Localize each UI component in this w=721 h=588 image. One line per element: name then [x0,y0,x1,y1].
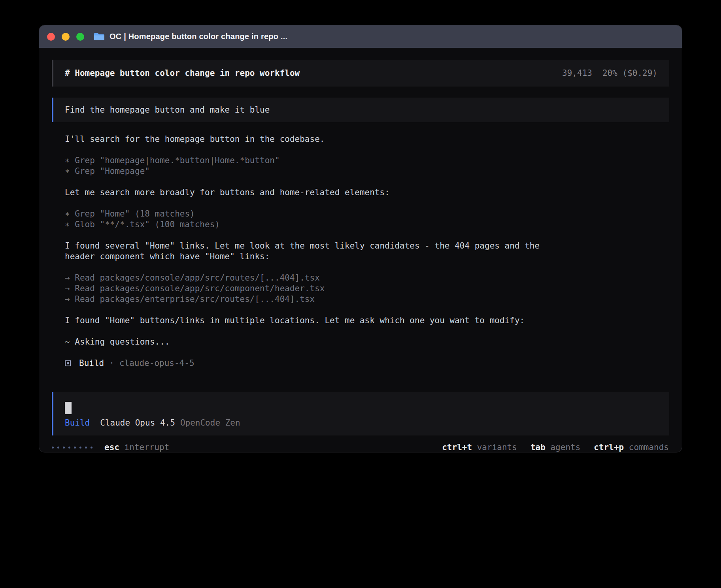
tool-call-read: → Read packages/enterprise/src/routes/[.… [65,294,669,305]
user-message-text: Find the homepage button and make it blu… [65,105,270,115]
spinner-dot [68,447,70,449]
terminal-window: OC | Homepage button color change in rep… [39,25,682,452]
user-message: Find the homepage button and make it blu… [52,98,669,122]
spinner-dot [57,447,59,449]
hint-label: interrupt [125,443,170,452]
prompt-input[interactable]: Build Claude Opus 4.5 OpenCode Zen [52,392,669,435]
tool-call-grep: ∗ Grep "Homepage" [65,166,669,177]
assistant-paragraph: I found several "Home" links. Let me loo… [65,241,559,262]
hint-key: ctrl+t [442,443,472,452]
hint-key: tab [530,443,545,452]
hint-variants: ctrl+t variants [442,443,517,452]
input-status-bar: Build Claude Opus 4.5 OpenCode Zen [65,418,658,428]
context-cost: 20% ($0.29) [602,68,657,78]
tool-call-group: → Read packages/console/app/src/routes/[… [65,273,669,305]
hint-key: ctrl+p [594,443,624,452]
hint-label: agents [550,443,580,452]
titlebar[interactable]: OC | Homepage button color change in rep… [39,25,682,48]
tool-call-group: ∗ Grep "homepage|home.*button|Home.*butt… [65,155,669,177]
zoom-button[interactable] [76,33,84,41]
close-button[interactable] [47,33,55,41]
separator-dot: · [109,358,114,369]
spinner-dot [63,447,65,449]
spinner-dot [85,447,87,449]
tool-call-read: → Read packages/console/app/src/componen… [65,283,669,294]
assistant-paragraph: I'll search for the homepage button in t… [65,134,559,145]
model-label[interactable]: Claude Opus 4.5 [100,418,175,428]
hint-interrupt: esc interrupt [104,443,169,452]
footer-left: esc interrupt [52,443,169,452]
status-line: ~ Asking questions... [65,337,559,347]
traffic-lights [47,33,84,41]
token-count: 39,413 [562,68,592,78]
agent-name: Build [79,358,104,369]
folder-icon [94,32,104,41]
mode-label[interactable]: Build [65,418,90,428]
spinner-dot [91,447,92,449]
tool-call-grep: ∗ Grep "Home" (18 matches) [65,209,669,219]
assistant-paragraph: I found "Home" buttons/links in multiple… [65,315,559,326]
session-header: # Homepage button color change in repo w… [52,60,669,87]
minimize-button[interactable] [62,33,70,41]
spinner-dot [79,447,81,449]
hint-commands: ctrl+p commands [594,443,669,452]
assistant-transcript: I'll search for the homepage button in t… [52,134,669,379]
footer: esc interrupt ctrl+t variants tab agents… [52,443,669,452]
hint-agents: tab agents [530,443,580,452]
spinner-dot [74,447,76,449]
agent-model: claude-opus-4-5 [119,358,194,369]
spinner-dot [52,447,54,449]
provider-label: OpenCode Zen [180,418,240,428]
hint-label: variants [477,443,517,452]
tool-call-glob: ∗ Glob "**/*.tsx" (100 matches) [65,219,669,230]
window-title: OC | Homepage button color change in rep… [109,32,287,41]
assistant-paragraph: Let me search more broadly for buttons a… [65,187,559,198]
text-cursor [65,402,72,414]
session-title: # Homepage button color change in repo w… [65,68,300,78]
terminal-body: # Homepage button color change in repo w… [39,48,682,452]
activity-spinner [52,447,92,449]
hint-label: commands [629,443,669,452]
tool-call-group: ∗ Grep "Home" (18 matches) ∗ Glob "**/*.… [65,209,669,230]
tool-call-grep: ∗ Grep "homepage|home.*button|Home.*butt… [65,155,669,166]
footer-right: ctrl+t variants tab agents ctrl+p comman… [442,443,669,452]
session-stats: 39,413 20% ($0.29) [562,68,657,78]
tool-call-read: → Read packages/console/app/src/routes/[… [65,273,669,283]
hint-key: esc [104,443,119,452]
agent-badge: Build · claude-opus-4-5 [65,358,669,369]
agent-icon [65,360,71,366]
